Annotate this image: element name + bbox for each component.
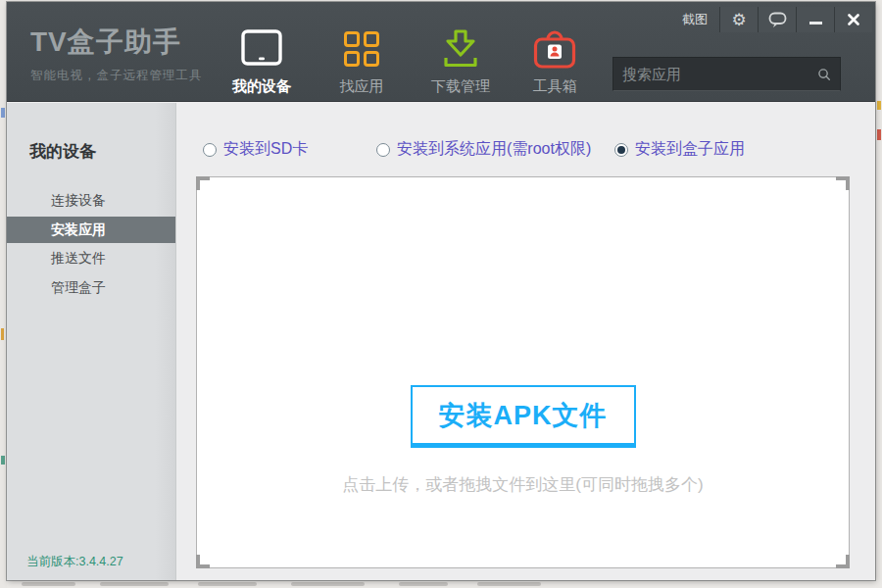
background-fragment xyxy=(877,101,881,110)
app-logo: TV盒子助手 智能电视，盒子远程管理工具 xyxy=(30,24,203,84)
nav-label: 找应用 xyxy=(313,77,411,96)
close-button[interactable] xyxy=(834,7,872,32)
sidebar-header: 我的设备 xyxy=(29,140,96,163)
radio-icon[interactable] xyxy=(376,143,390,157)
settings-button[interactable]: ⚙ xyxy=(719,7,758,32)
radio-icon-checked[interactable] xyxy=(614,143,628,157)
nav-label: 工具箱 xyxy=(506,77,604,96)
version-label: 当前版本:3.4.4.27 xyxy=(26,554,123,570)
sidebar: 我的设备 连接设备 安装应用 推送文件 管理盒子 当前版本:3.4.4.27 xyxy=(7,103,176,580)
radio-label: 安装到SD卡 xyxy=(223,139,308,160)
apk-dropzone[interactable]: 安装APK文件 点击上传，或者拖拽文件到这里(可同时拖拽多个) xyxy=(196,176,850,568)
dropzone-corner xyxy=(196,555,210,568)
radio-icon[interactable] xyxy=(203,143,217,157)
sidebar-item-install-app[interactable]: 安装应用 xyxy=(7,217,175,243)
body-row: 我的设备 连接设备 安装应用 推送文件 管理盒子 当前版本:3.4.4.27 安… xyxy=(7,103,875,580)
nav-find-apps[interactable]: 找应用 xyxy=(313,25,411,96)
radio-label: 安装到盒子应用 xyxy=(635,139,745,160)
background-fragment xyxy=(1,108,5,118)
titlebar: 截图 ⚙ xyxy=(682,7,872,32)
app-header: 截图 ⚙ TV盒子助手 智能电视，盒子远程管理工具 xyxy=(7,2,875,102)
toolbox-icon xyxy=(506,25,604,73)
chat-bubble-icon xyxy=(768,12,787,28)
background-fragment xyxy=(477,582,541,586)
download-icon xyxy=(412,25,510,73)
radio-label: 安装到系统应用(需root权限) xyxy=(397,139,591,160)
sidebar-item-connect-device[interactable]: 连接设备 xyxy=(7,187,175,214)
dropzone-corner xyxy=(196,176,210,190)
background-fragment xyxy=(22,582,75,586)
app-title: TV盒子助手 xyxy=(30,24,203,61)
nav-label: 下载管理 xyxy=(412,77,510,96)
radio-install-system[interactable]: 安装到系统应用(需root权限) xyxy=(376,139,591,160)
app-window: 截图 ⚙ TV盒子助手 智能电视，盒子远程管理工具 xyxy=(7,2,875,580)
feedback-button[interactable] xyxy=(758,7,796,32)
background-fragment xyxy=(877,129,881,140)
dropzone-hint: 点击上传，或者拖拽文件到这里(可同时拖拽多个) xyxy=(197,473,849,496)
minimize-icon xyxy=(809,22,822,24)
install-apk-button[interactable]: 安装APK文件 xyxy=(410,385,635,448)
background-fragment xyxy=(198,582,257,586)
minimize-button[interactable] xyxy=(796,7,834,32)
background-fragment xyxy=(100,582,169,586)
screenshot-button[interactable]: 截图 xyxy=(682,11,708,28)
background-desktop-strip xyxy=(7,580,882,588)
background-fragment xyxy=(1,328,4,340)
dropzone-corner xyxy=(836,176,850,190)
nav-toolbox[interactable]: 工具箱 xyxy=(506,25,604,96)
grid-icon xyxy=(313,25,411,73)
nav-label: 我的设备 xyxy=(213,77,311,96)
background-fragment xyxy=(1,456,5,465)
nav-download-manager[interactable]: 下载管理 xyxy=(412,25,510,96)
search-input[interactable] xyxy=(622,66,817,82)
sidebar-item-push-file[interactable]: 推送文件 xyxy=(7,245,175,271)
background-fragment xyxy=(399,582,448,586)
search-box xyxy=(612,57,841,91)
search-icon[interactable] xyxy=(817,64,831,85)
gear-icon: ⚙ xyxy=(731,12,746,28)
radio-install-sdcard[interactable]: 安装到SD卡 xyxy=(203,139,308,160)
nav-my-devices[interactable]: 我的设备 xyxy=(213,25,311,96)
monitor-icon xyxy=(213,25,311,73)
radio-install-box[interactable]: 安装到盒子应用 xyxy=(614,139,745,160)
close-icon xyxy=(848,14,859,25)
sidebar-item-manage-box[interactable]: 管理盒子 xyxy=(7,274,175,301)
background-fragment xyxy=(291,582,365,586)
main-content: 安装到SD卡 安装到系统应用(需root权限) 安装到盒子应用 安装APK文件 … xyxy=(176,103,875,580)
app-subtitle: 智能电视，盒子远程管理工具 xyxy=(30,68,203,84)
dropzone-corner xyxy=(836,555,850,568)
